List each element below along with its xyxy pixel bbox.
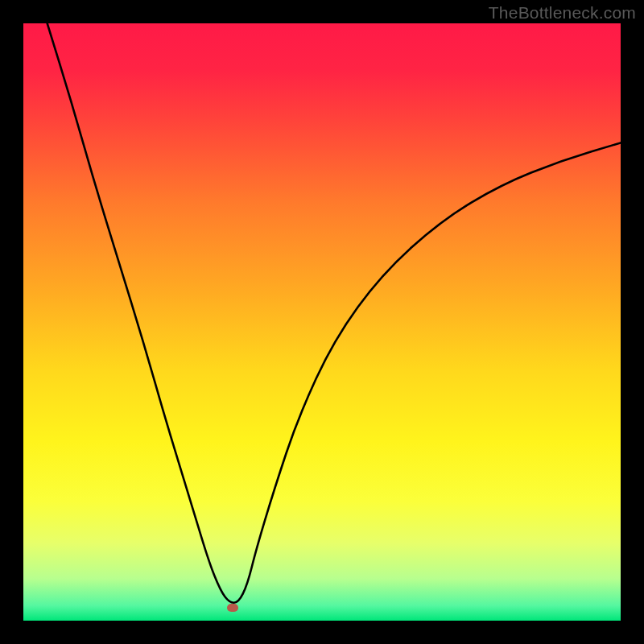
watermark-text: TheBottleneck.com (489, 3, 636, 23)
plot-area (23, 23, 621, 621)
chart-frame: TheBottleneck.com (0, 0, 644, 644)
bottleneck-curve (23, 23, 621, 621)
optimal-point-marker (227, 604, 238, 612)
